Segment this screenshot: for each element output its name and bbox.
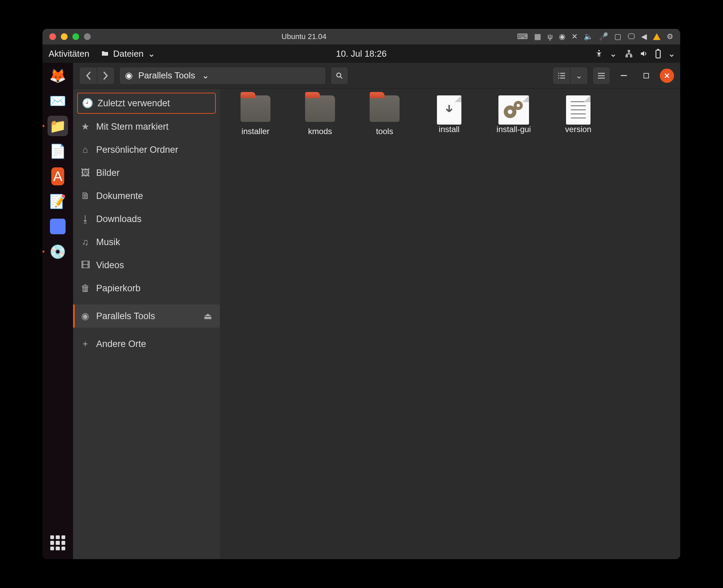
dock-app-screenshot[interactable] — [48, 216, 68, 237]
network-wired-icon — [624, 49, 633, 58]
disc-icon: ◉ — [125, 70, 133, 81]
disc-icon[interactable]: ◉ — [559, 32, 565, 41]
firefox-icon: 🦊 — [49, 68, 66, 84]
folder-icon — [370, 95, 400, 122]
sidebar-item-label: Videos — [96, 260, 124, 271]
svg-point-0 — [598, 50, 600, 51]
gear-icon[interactable]: ⚙ — [667, 32, 673, 41]
hamburger-menu-button[interactable] — [593, 67, 610, 85]
file-item[interactable]: kmods — [288, 95, 352, 136]
folder-icon — [241, 95, 270, 122]
folder-icon — [101, 50, 109, 58]
sidebar-item-label: Andere Orte — [96, 339, 146, 349]
minimize-window-button[interactable] — [61, 33, 68, 40]
file-label: version — [565, 125, 591, 134]
dock-app-firefox[interactable]: 🦊 — [48, 66, 68, 86]
maximize-button[interactable] — [637, 67, 655, 85]
show-applications-button[interactable] — [50, 535, 65, 550]
dock-app-libreoffice-writer[interactable]: 📄 — [48, 141, 68, 161]
image-icon: 🖼 — [81, 167, 90, 178]
mic-icon[interactable]: 🎤 — [599, 32, 608, 41]
svg-rect-1 — [656, 50, 660, 58]
search-button[interactable] — [331, 67, 348, 85]
clock-icon: 🕘 — [82, 98, 91, 109]
file-item[interactable]: tools — [352, 95, 417, 136]
eject-button[interactable]: ⏏ — [204, 311, 212, 321]
script-file-icon — [437, 95, 461, 125]
view-options-button[interactable]: ⌄ — [570, 67, 588, 85]
sidebar-item-label: Zuletzt verwendet — [98, 98, 170, 109]
files-sidebar: 🕘 Zuletzt verwendet ★ Mit Stern markiert… — [73, 89, 220, 559]
usb-icon[interactable]: ψ — [547, 32, 553, 41]
warning-icon[interactable] — [653, 33, 660, 40]
dock-app-files[interactable]: 📁 — [48, 116, 68, 136]
file-item[interactable]: install-gui — [481, 95, 546, 136]
file-label: install — [439, 125, 459, 134]
sidebar-item-documents[interactable]: 🗎 Dokumente — [73, 184, 220, 207]
dock-app-thunderbird[interactable]: ✉️ — [48, 91, 68, 111]
download-icon: ⭳ — [81, 214, 90, 224]
chevron-down-icon: ⌄ — [576, 71, 582, 80]
vm-window: Ubuntu 21.04 ⌨ ▦ ψ ◉ ✕ 🔈 🎤 ▢ 🖵 ◀ ⚙ Aktiv… — [42, 29, 680, 559]
path-bar[interactable]: ◉ Parallels Tools ⌄ — [119, 67, 326, 85]
vm-extra-control[interactable] — [84, 33, 91, 40]
back-button[interactable] — [79, 67, 97, 85]
home-icon: ⌂ — [81, 145, 90, 155]
thunderbird-icon: ✉️ — [49, 93, 66, 109]
cpu-icon[interactable]: ▦ — [534, 32, 541, 41]
arrow-left-icon[interactable]: ◀ — [641, 32, 647, 41]
sidebar-item-videos[interactable]: 🎞 Videos — [73, 254, 220, 277]
video-icon: 🎞 — [81, 260, 90, 271]
activities-button[interactable]: Aktivitäten — [49, 49, 89, 59]
sidebar-item-home[interactable]: ⌂ Persönlicher Ordner — [73, 138, 220, 161]
file-item[interactable]: install — [417, 95, 481, 136]
sidebar-item-pictures[interactable]: 🖼 Bilder — [73, 161, 220, 184]
files-iconview[interactable]: installer kmods tools install — [220, 89, 680, 559]
sound-icon[interactable]: 🔈 — [584, 32, 593, 41]
sidebar-item-label: Downloads — [96, 214, 142, 224]
sidebar-item-parallels-tools[interactable]: ◉ Parallels Tools ⏏ — [73, 305, 220, 328]
list-view-button[interactable] — [552, 67, 570, 85]
vm-status-icons: ⌨ ▦ ψ ◉ ✕ 🔈 🎤 ▢ 🖵 ◀ ⚙ — [517, 32, 673, 41]
files-icon: 📁 — [49, 118, 66, 134]
sidebar-item-downloads[interactable]: ⭳ Downloads — [73, 207, 220, 231]
clock[interactable]: 10. Jul 18:26 — [336, 49, 387, 59]
desktop: 🦊 ✉️ 📁 📄 A 📝 💿 — [42, 63, 680, 559]
sidebar-item-recent[interactable]: 🕘 Zuletzt verwendet — [77, 93, 216, 114]
app-menu[interactable]: Dateien ⌄ — [101, 49, 155, 59]
close-window-button[interactable] — [49, 33, 56, 40]
file-label: tools — [376, 127, 393, 136]
fullscreen-window-button[interactable] — [72, 33, 79, 40]
chevron-left-icon — [85, 71, 91, 80]
chevron-down-icon: ⌄ — [202, 70, 209, 81]
star-icon: ★ — [81, 121, 90, 132]
sidebar-item-other-locations[interactable]: + Andere Orte — [73, 332, 220, 355]
system-menu[interactable]: ⌄ — [624, 49, 675, 59]
svg-point-6 — [508, 110, 512, 114]
dock-app-text-editor[interactable]: 📝 — [48, 191, 68, 212]
network-icon[interactable]: ✕ — [571, 32, 578, 41]
plus-icon: + — [81, 339, 90, 349]
sidebar-item-starred[interactable]: ★ Mit Stern markiert — [73, 115, 220, 138]
keyboard-icon[interactable]: ⌨ — [517, 32, 528, 41]
sidebar-item-music[interactable]: ♫ Musik — [73, 231, 220, 254]
hamburger-icon — [597, 72, 605, 79]
screenshot-icon — [50, 219, 66, 234]
accessibility-menu[interactable]: ⌄ — [595, 49, 617, 59]
close-button[interactable] — [660, 69, 674, 83]
document-icon: 🗎 — [81, 190, 90, 201]
dock-app-ubuntu-software[interactable]: A — [48, 166, 68, 186]
sidebar-item-label: Mit Stern markiert — [96, 122, 169, 132]
forward-button[interactable] — [97, 67, 114, 85]
sidebar-item-trash[interactable]: 🗑 Papierkorb — [73, 277, 220, 300]
disc-icon: ◉ — [81, 311, 90, 321]
files-headerbar: ◉ Parallels Tools ⌄ ⌄ — [73, 63, 680, 89]
trash-icon: 🗑 — [81, 283, 90, 294]
dock-app-cd-parallels-tools[interactable]: 💿 — [48, 241, 68, 262]
minimize-button[interactable] — [615, 67, 633, 85]
display-icon[interactable]: 🖵 — [628, 32, 635, 41]
file-item[interactable]: version — [546, 95, 611, 136]
file-item[interactable]: installer — [223, 95, 288, 136]
tablet-icon[interactable]: ▢ — [614, 32, 621, 41]
files-body: 🕘 Zuletzt verwendet ★ Mit Stern markiert… — [73, 89, 680, 559]
